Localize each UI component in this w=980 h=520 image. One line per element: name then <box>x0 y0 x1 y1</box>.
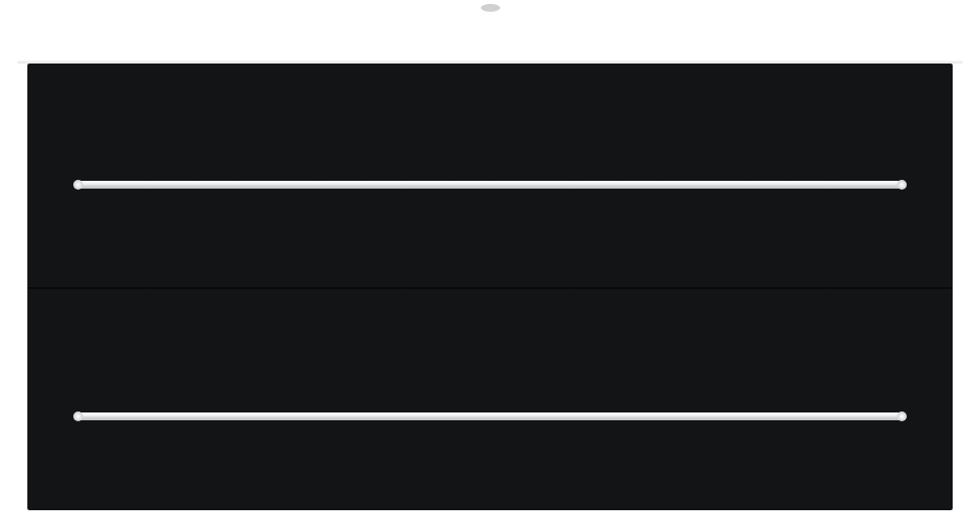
handle-cap <box>897 180 907 190</box>
handle-cap <box>897 412 907 421</box>
drawer-upper <box>27 64 953 287</box>
vanity-cabinet <box>27 64 953 510</box>
handle-cap <box>73 180 83 190</box>
vanity-countertop <box>18 0 962 64</box>
drawer-handle-upper <box>76 181 904 189</box>
faucet-hole <box>481 4 500 12</box>
drawer-lower <box>27 287 953 511</box>
handle-cap <box>73 412 83 421</box>
drawer-handle-lower <box>76 412 904 420</box>
